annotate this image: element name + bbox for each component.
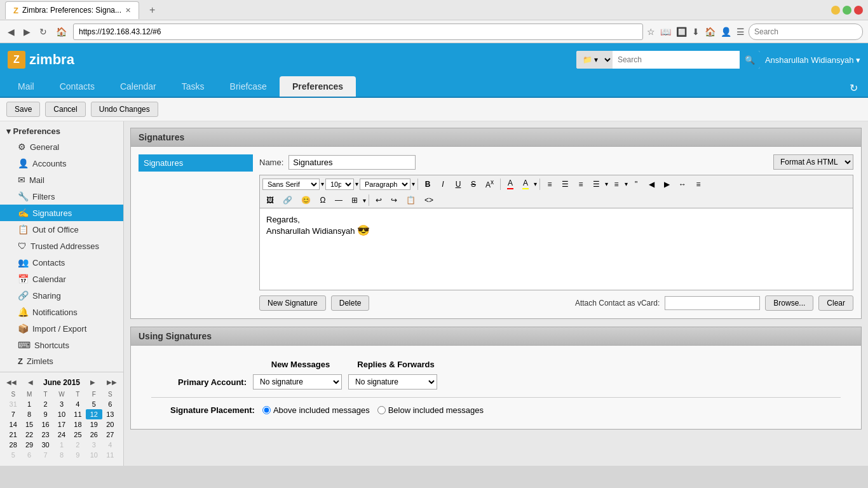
sidebar-item-notifications[interactable]: 🔔 Notifications	[0, 304, 123, 320]
active-tab[interactable]: Z Zimbra: Preferences: Signa... ✕	[5, 1, 139, 19]
blockquote-button[interactable]: "	[629, 178, 643, 191]
justify-button[interactable]: ≡	[691, 178, 705, 191]
download-icon[interactable]: ⬇	[692, 27, 700, 37]
cal-day[interactable]: 22	[21, 430, 37, 440]
close-tab-icon[interactable]: ✕	[125, 6, 131, 15]
cal-day[interactable]: 2	[37, 399, 53, 409]
align-center-button[interactable]: ☰	[558, 178, 573, 191]
cal-day[interactable]: 6	[102, 399, 118, 409]
paragraph-select[interactable]: Paragraph	[360, 179, 410, 190]
browser-search-input[interactable]	[749, 24, 863, 40]
sidebar-item-import-export[interactable]: 📦 Import / Export	[0, 320, 123, 337]
redo-button[interactable]: ↪	[387, 194, 401, 207]
cal-day[interactable]: 9	[37, 409, 53, 419]
underline-button[interactable]: U	[451, 178, 465, 191]
cal-day[interactable]: 28	[5, 440, 21, 450]
primary-new-messages-select[interactable]: No signature Signatures	[253, 374, 342, 390]
insert-table-button[interactable]: ⊞	[348, 194, 362, 207]
bookmark-icon[interactable]: ☆	[647, 27, 655, 37]
cal-day[interactable]: 7	[37, 450, 53, 460]
tab-briefcase[interactable]: Briefcase	[217, 76, 280, 97]
cal-day[interactable]: 15	[21, 419, 37, 430]
back-button[interactable]: ◀	[5, 24, 17, 39]
insert-image-button[interactable]: 🖼	[262, 194, 278, 207]
cal-day[interactable]: 6	[21, 450, 37, 460]
maximize-button[interactable]	[843, 6, 851, 15]
cal-day[interactable]: 14	[5, 419, 21, 430]
bold-button[interactable]: B	[421, 178, 435, 191]
signature-content[interactable]: Regards, Ansharullah Widiansyah 😎	[259, 208, 853, 290]
template-button[interactable]: 📋	[402, 194, 419, 207]
vcf-input[interactable]	[665, 296, 760, 310]
signature-list-item[interactable]: Signatures	[139, 154, 253, 172]
cal-day[interactable]: 13	[102, 409, 118, 419]
cal-day[interactable]: 3	[53, 399, 69, 409]
cal-day[interactable]: 3	[86, 440, 102, 450]
sidebar-item-trusted-addresses[interactable]: 🛡 Trusted Addresses	[0, 238, 123, 254]
cal-day[interactable]: 16	[37, 419, 53, 430]
cal-day[interactable]: 1	[53, 440, 69, 450]
cal-day[interactable]: 19	[86, 419, 102, 430]
align-center2-button[interactable]: ▶	[660, 178, 674, 191]
sidebar-item-zimlets[interactable]: Z Zimlets	[0, 353, 123, 369]
app-search-input[interactable]	[613, 51, 740, 69]
cal-next-button[interactable]: ▶	[89, 377, 97, 387]
sidebar-item-contacts[interactable]: 👥 Contacts	[0, 254, 123, 271]
cal-day[interactable]: 5	[86, 399, 102, 409]
cal-day[interactable]: 11	[102, 450, 118, 460]
cal-day[interactable]: 10	[86, 450, 102, 460]
tab-tasks[interactable]: Tasks	[169, 76, 217, 97]
primary-replies-select[interactable]: No signature Signatures	[348, 374, 437, 390]
align-right2-button[interactable]: ↔	[675, 178, 690, 191]
app-refresh-button[interactable]: ↻	[844, 79, 863, 97]
cal-next-next-button[interactable]: ▶▶	[105, 377, 118, 387]
strikethrough-button[interactable]: S	[466, 178, 480, 191]
font-color-button[interactable]: A	[503, 177, 517, 191]
clear-button[interactable]: Clear	[818, 295, 853, 311]
sidebar-item-out-of-office[interactable]: 📋 Out of Office	[0, 221, 123, 238]
cal-day[interactable]: 1	[21, 399, 37, 409]
cal-day[interactable]: 27	[102, 430, 118, 440]
align-left-button[interactable]: ≡	[543, 178, 557, 191]
cal-day[interactable]: 20	[102, 419, 118, 430]
font-family-select[interactable]: Sans Serif	[262, 179, 320, 190]
cal-day[interactable]: 4	[102, 440, 118, 450]
unordered-list-button[interactable]: ☰	[589, 178, 604, 191]
cal-day[interactable]: 24	[53, 430, 69, 440]
user-icon[interactable]: 👤	[721, 27, 731, 37]
new-tab-button[interactable]: +	[144, 2, 160, 18]
cal-day[interactable]: 17	[53, 419, 69, 430]
minimize-button[interactable]	[831, 6, 840, 15]
forward-button[interactable]: ▶	[21, 24, 33, 39]
cal-day[interactable]: 11	[70, 409, 86, 419]
pocket-icon[interactable]: 🔲	[676, 27, 687, 37]
new-signature-button[interactable]: New Signature	[259, 295, 326, 311]
insert-hrule-button[interactable]: —	[331, 194, 346, 207]
source-button[interactable]: <>	[421, 194, 437, 207]
search-scope-dropdown[interactable]: 📁 ▾	[576, 51, 613, 69]
save-button[interactable]: Save	[6, 102, 40, 117]
sidebar-item-shortcuts[interactable]: ⌨ Shortcuts	[0, 337, 123, 353]
menu-icon[interactable]: ☰	[736, 27, 745, 37]
highlight-button[interactable]: A	[519, 177, 532, 191]
cal-day[interactable]: 25	[70, 430, 86, 440]
font-size-select[interactable]: 10pt	[325, 179, 354, 190]
home-button[interactable]: 🏠	[53, 24, 69, 39]
tab-contacts[interactable]: Contacts	[47, 76, 107, 97]
insert-special-button[interactable]: Ω	[316, 194, 330, 207]
sidebar-item-general[interactable]: ⚙ General	[0, 139, 123, 155]
cal-day-today[interactable]: 12	[86, 409, 102, 419]
cal-prev-button[interactable]: ◀	[27, 377, 34, 387]
cal-day[interactable]: 30	[37, 440, 53, 450]
home-icon[interactable]: 🏠	[705, 27, 715, 37]
sidebar-item-signatures[interactable]: ✍ Signatures	[0, 205, 123, 221]
cal-day[interactable]: 9	[70, 450, 86, 460]
cal-day[interactable]: 18	[70, 419, 86, 430]
app-search-button[interactable]: 🔍	[740, 51, 760, 69]
tab-calendar[interactable]: Calendar	[107, 76, 169, 97]
align-left2-button[interactable]: ◀	[644, 178, 658, 191]
close-button[interactable]	[854, 6, 863, 15]
cal-day[interactable]: 4	[70, 399, 86, 409]
placement-above-label[interactable]: Above included messages	[262, 405, 370, 415]
undo-changes-button[interactable]: Undo Changes	[91, 102, 158, 117]
